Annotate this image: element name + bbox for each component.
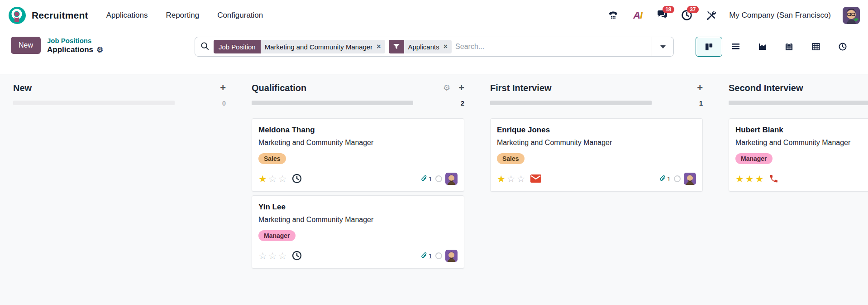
- star-filled-icon[interactable]: ★: [735, 174, 744, 184]
- view-kanban-button[interactable]: [696, 37, 722, 57]
- star-empty-icon[interactable]: ☆: [258, 251, 267, 261]
- top-navbar: Recruitment Applications Reporting Confi…: [0, 0, 868, 30]
- search-icon: [200, 42, 209, 52]
- column-qualification-add-icon[interactable]: +: [458, 83, 464, 93]
- star-empty-icon[interactable]: ☆: [278, 251, 287, 261]
- applicant-name: Meldona Thang: [258, 125, 458, 135]
- column-qualification-progressbar[interactable]: [252, 101, 413, 105]
- kanban-state-icon[interactable]: [435, 252, 442, 259]
- column-second-interview-progressbar[interactable]: [729, 101, 868, 105]
- applicant-job: Marketing and Community Manager: [258, 215, 458, 225]
- applicant-job: Marketing and Community Manager: [735, 138, 868, 148]
- user-avatar[interactable]: [843, 7, 860, 24]
- kanban-state-icon[interactable]: [674, 175, 681, 182]
- column-qualification-gear-icon[interactable]: ⚙: [443, 84, 450, 92]
- recruitment-app-icon[interactable]: [8, 6, 26, 24]
- systray: AI 18 37 My Company (San Francisco): [607, 7, 860, 24]
- messages-badge: 18: [663, 6, 674, 13]
- activity-envelope-icon[interactable]: [530, 174, 541, 183]
- column-new-add-icon[interactable]: +: [220, 83, 226, 93]
- star-filled-icon[interactable]: ★: [497, 174, 506, 184]
- kanban-card-yin-lee[interactable]: Yin Lee Marketing and Community Manager …: [252, 195, 464, 269]
- responsible-avatar[interactable]: [445, 173, 458, 185]
- search-dropdown-toggle[interactable]: [652, 37, 673, 56]
- priority-stars[interactable]: ★★★: [735, 174, 763, 184]
- kanban-board: New + 0 Qualification ⚙ + 2 Meldona Than…: [0, 74, 868, 305]
- view-graph-button[interactable]: [749, 37, 776, 57]
- column-new-progressbar[interactable]: [13, 101, 175, 105]
- priority-stars[interactable]: ★☆☆: [497, 174, 525, 184]
- paperclip-icon: [420, 252, 428, 259]
- search-bar[interactable]: Job Position Marketing and Community Man…: [195, 37, 674, 57]
- control-panel: New Job Positions Applications ⚙ Job Pos…: [0, 30, 868, 74]
- attachment-count[interactable]: 1: [659, 175, 671, 183]
- view-list-button[interactable]: [722, 37, 749, 57]
- star-filled-icon[interactable]: ★: [745, 174, 754, 184]
- attachment-count[interactable]: 1: [420, 175, 432, 183]
- activity-clock-icon[interactable]: [292, 251, 302, 261]
- facet-applicants-remove-icon[interactable]: ×: [444, 43, 448, 50]
- responsible-avatar[interactable]: [445, 250, 458, 262]
- tag-manager: Manager: [735, 153, 773, 164]
- paperclip-icon: [659, 175, 666, 182]
- applicant-job: Marketing and Community Manager: [497, 138, 696, 148]
- company-selector[interactable]: My Company (San Francisco): [729, 11, 831, 20]
- star-empty-icon[interactable]: ☆: [268, 251, 277, 261]
- star-filled-icon[interactable]: ★: [755, 174, 764, 184]
- applicant-name: Enrique Jones: [497, 125, 696, 135]
- column-first-interview-progressbar[interactable]: [490, 101, 652, 105]
- view-calendar-button[interactable]: [776, 37, 802, 57]
- activity-clock-icon[interactable]: [292, 174, 302, 184]
- kanban-card-hubert-blank[interactable]: Hubert Blank Marketing and Community Man…: [729, 118, 868, 192]
- softphone-icon[interactable]: [607, 9, 620, 22]
- app-name[interactable]: Recruitment: [32, 10, 88, 21]
- column-new-count: 0: [222, 99, 226, 107]
- facet-applicants[interactable]: Applicants ×: [389, 40, 452, 53]
- star-empty-icon[interactable]: ☆: [278, 174, 287, 184]
- kanban-state-icon[interactable]: [435, 175, 442, 182]
- column-first-interview-title: First Interview: [490, 83, 552, 93]
- facet-job-position[interactable]: Job Position Marketing and Community Man…: [214, 40, 385, 53]
- column-first-interview-count: 1: [699, 99, 703, 107]
- kanban-card-enrique-jones[interactable]: Enrique Jones Marketing and Community Ma…: [490, 118, 703, 192]
- column-second-interview-title: Second Interview: [729, 83, 803, 93]
- new-button[interactable]: New: [11, 37, 41, 54]
- view-pivot-button[interactable]: [802, 37, 829, 57]
- applicant-job: Marketing and Community Manager: [258, 138, 458, 148]
- applicant-name: Hubert Blank: [735, 125, 868, 135]
- menu-reporting[interactable]: Reporting: [166, 11, 199, 20]
- column-second-interview: Second Interview + Hubert Blank Marketin…: [729, 81, 868, 305]
- star-empty-icon[interactable]: ☆: [517, 174, 525, 184]
- paperclip-icon: [420, 175, 428, 182]
- menu-configuration[interactable]: Configuration: [217, 11, 263, 20]
- column-first-interview: First Interview + 1 Enrique Jones Market…: [490, 81, 703, 305]
- responsible-avatar[interactable]: [684, 173, 696, 185]
- column-first-interview-add-icon[interactable]: +: [697, 83, 703, 93]
- messages-icon[interactable]: 18: [656, 9, 668, 22]
- column-new-title: New: [13, 83, 32, 93]
- priority-stars[interactable]: ☆☆☆: [258, 251, 286, 261]
- breadcrumb-job-positions[interactable]: Job Positions: [47, 37, 103, 44]
- facet-applicants-value: Applicants: [408, 43, 439, 51]
- star-empty-icon[interactable]: ☆: [507, 174, 515, 184]
- star-empty-icon[interactable]: ☆: [268, 174, 277, 184]
- facet-job-position-value: Marketing and Community Manager: [265, 43, 372, 51]
- star-filled-icon[interactable]: ★: [258, 174, 267, 184]
- action-gear-icon[interactable]: ⚙: [96, 46, 103, 54]
- view-switcher: [696, 37, 856, 57]
- kanban-card-meldona-thang[interactable]: Meldona Thang Marketing and Community Ma…: [252, 118, 464, 192]
- breadcrumb: Job Positions Applications ⚙: [47, 37, 103, 54]
- tag-manager: Manager: [258, 230, 296, 241]
- tools-icon[interactable]: [705, 9, 717, 22]
- facet-job-position-remove-icon[interactable]: ×: [377, 43, 381, 50]
- activities-icon[interactable]: 37: [680, 9, 693, 22]
- priority-stars[interactable]: ★☆☆: [258, 174, 286, 184]
- view-activity-button[interactable]: [829, 37, 856, 57]
- column-qualification-count: 2: [461, 99, 464, 107]
- menu-applications[interactable]: Applications: [106, 11, 148, 20]
- attachment-count[interactable]: 1: [420, 252, 432, 260]
- activity-phone-icon[interactable]: [769, 174, 778, 184]
- filter-icon: [389, 40, 404, 53]
- ai-icon[interactable]: AI: [631, 9, 644, 22]
- search-input[interactable]: [455, 43, 652, 51]
